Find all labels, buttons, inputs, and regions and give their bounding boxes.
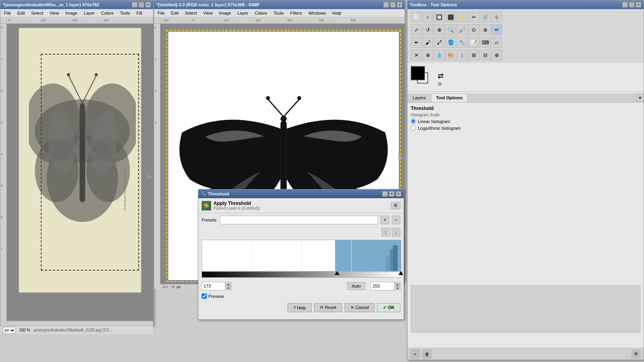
radio-logarithmic[interactable] [411, 125, 416, 131]
tool-scale[interactable]: 🔎 [457, 24, 468, 35]
tool-crop[interactable]: ⊕ [434, 24, 445, 35]
close-btn-1[interactable]: × [145, 2, 151, 8]
reset-button[interactable]: ⟳ Reset [314, 303, 342, 312]
slider-handle-right[interactable] [398, 271, 403, 275]
maximize-btn-1[interactable]: □ [139, 2, 144, 8]
tool-clone[interactable]: 📝 [468, 37, 479, 48]
menu-select-2[interactable]: Select [183, 10, 199, 16]
minimize-btn-toolbox[interactable]: _ [622, 2, 628, 8]
tool-heal[interactable]: ⌨ [480, 37, 491, 48]
tool-smudge[interactable]: 💧 [434, 49, 445, 61]
canvas-1[interactable]: THE DRYOCAMPA IMPERIALIS. 123 ▶ [7, 24, 153, 321]
tool-dodge[interactable]: ⊗ [422, 49, 433, 61]
menu-image-1[interactable]: Image [63, 10, 80, 16]
menu-select-1[interactable]: Select [29, 10, 46, 16]
unit-select-1[interactable]: px [3, 327, 16, 334]
ok-button[interactable]: ✓ OK [377, 303, 400, 312]
import-btn[interactable]: ↓ [392, 228, 400, 237]
tool-fuzzy-select[interactable]: ⬛ [445, 11, 456, 23]
help-button[interactable]: ? Help [288, 303, 312, 312]
menu-view-2[interactable]: View [201, 10, 215, 16]
maximize-threshold[interactable]: + [389, 191, 394, 197]
tool-perspective[interactable]: ⊕ [480, 24, 491, 35]
menu-view-1[interactable]: View [48, 10, 61, 16]
tool-flip[interactable]: ✏ [491, 24, 502, 35]
close-threshold[interactable]: × [396, 191, 401, 197]
radio-linear[interactable] [411, 119, 416, 124]
tool-move[interactable]: ⤢ [411, 24, 422, 35]
menu-colors-2[interactable]: Colors [253, 10, 269, 16]
foreground-color[interactable] [411, 66, 425, 80]
menu-layer-1[interactable]: Layer [82, 10, 97, 16]
tool-paintbrush[interactable]: 🖌 [422, 37, 433, 48]
menu-tools-2[interactable]: Tools [272, 10, 286, 16]
layers-settings-btn[interactable]: ⚙ [632, 350, 640, 358]
titlebar-threshold[interactable]: 🔧 Threshold _ + × [198, 190, 404, 198]
tool-foreground-select[interactable]: 🔗 [480, 11, 491, 23]
slider-handle-left[interactable] [335, 271, 339, 275]
hscrollbar-1[interactable] [7, 321, 153, 326]
export-btn[interactable]: ↑ [381, 228, 390, 237]
menu-file-1[interactable]: File [2, 10, 13, 16]
tool-free-select[interactable]: 🔲 [434, 11, 445, 23]
menu-layer-2[interactable]: Layer [236, 10, 251, 16]
tool-color-balance[interactable]: 🎨 [445, 49, 456, 61]
minimize-threshold[interactable]: _ [382, 191, 388, 197]
menu-edit-1[interactable]: Edit [15, 10, 27, 16]
close-btn-2[interactable]: × [397, 2, 402, 8]
menu-help-2[interactable]: Help [330, 10, 343, 16]
tool-eraser[interactable]: 🖍 [434, 37, 445, 48]
swap-colors-icon[interactable]: ⇄ [438, 72, 444, 80]
menu-colors-1[interactable]: Colors [99, 10, 116, 16]
menu-filt-1[interactable]: Filt [135, 10, 145, 16]
tool-perspective-clone[interactable]: ▱ [491, 37, 502, 48]
layers-delete-btn[interactable]: 🗑 [423, 350, 431, 358]
left-value-up[interactable]: ▲ [226, 282, 231, 286]
tool-blur[interactable]: ✕ [411, 49, 422, 61]
tool-text[interactable]: ⊞ [468, 49, 479, 61]
menu-edit-2[interactable]: Edit [169, 10, 181, 16]
tab-layers[interactable]: Layers [408, 93, 431, 102]
tool-align[interactable]: ↺ [422, 24, 433, 35]
histogram-slider[interactable] [202, 271, 401, 278]
preview-checkbox[interactable] [202, 294, 207, 299]
tool-ellipse-select[interactable]: ○ [422, 11, 433, 23]
tool-zoom[interactable]: ⊟ [480, 49, 491, 61]
titlebar-2[interactable]: *[Untitled]-3.0 (RGB color, 1 layer) 575… [154, 0, 405, 9]
tool-shear[interactable]: ⊙ [468, 24, 479, 35]
right-value-up[interactable]: ▲ [395, 282, 400, 286]
dialog-settings-btn[interactable]: ⚙ [391, 202, 400, 209]
tab-tool-options[interactable]: Tool Options [431, 93, 468, 102]
tool-rect-select[interactable]: ⬜ [411, 11, 422, 23]
fg-bg-colors[interactable] [411, 66, 434, 87]
layers-new-btn[interactable]: + [411, 350, 419, 358]
left-value-down[interactable]: ▼ [226, 286, 231, 290]
tool-airbrush[interactable]: 🪣 [445, 37, 456, 48]
titlebar-1[interactable]: *[amongmothsbutter00ba...or, 1 layer) 47… [0, 0, 153, 9]
tool-ink[interactable]: 🔧 [457, 37, 468, 48]
menu-filters-2[interactable]: Filters [288, 10, 304, 16]
tool-colorpicker[interactable]: ⊕ [491, 49, 502, 61]
menu-windows-2[interactable]: Windows [306, 10, 328, 16]
minimize-btn-2[interactable]: _ [383, 2, 389, 8]
tool-measure[interactable]: ↕ [457, 49, 468, 61]
tool-paths[interactable]: ⊹ [491, 11, 502, 23]
presets-add-btn[interactable]: + [381, 216, 389, 224]
tool-rotate[interactable]: 🔍 [445, 24, 456, 35]
close-btn-toolbox[interactable]: × [636, 2, 641, 8]
minimize-btn-1[interactable]: _ [132, 2, 137, 8]
tab-menu-btn[interactable]: ▼ [636, 93, 644, 102]
tool-pencil[interactable]: ✒ [411, 37, 422, 48]
maximize-btn-2[interactable]: □ [390, 2, 396, 8]
right-value-input[interactable]: 255 [371, 282, 394, 290]
presets-delete-btn[interactable]: − [392, 216, 400, 224]
menu-image-2[interactable]: Image [217, 10, 233, 16]
tool-scissors[interactable]: ✂ [468, 11, 479, 23]
presets-input[interactable] [220, 216, 378, 224]
menu-file-2[interactable]: File [156, 10, 167, 16]
tool-select-color[interactable]: ⚡ [457, 11, 468, 23]
cancel-button[interactable]: ✕ Cancel [345, 303, 375, 312]
titlebar-toolbox[interactable]: Toolbox - Tool Options _ □ × [408, 0, 644, 9]
left-value-input[interactable]: 173 [202, 282, 225, 290]
menu-tools-1[interactable]: Tools [118, 10, 132, 16]
